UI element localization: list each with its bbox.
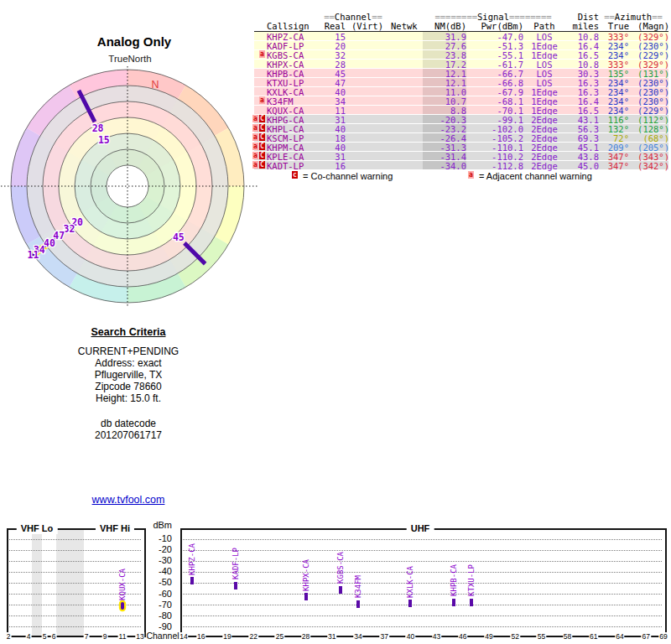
adjacent-channel-warning-icon: a [252,133,258,141]
cell-nm: 31.9 [423,33,466,41]
cell-real: 16 [320,162,346,170]
cell-pwr: -66.8 [468,79,523,87]
cell-real: 40 [320,88,346,96]
cell-magn: (230°) [631,97,669,106]
cell-path: 1Edge [525,97,564,106]
gridline [183,539,662,540]
cell-path: 1Edge [525,42,564,50]
cell-nm: 27.6 [423,42,466,50]
cell-path: LOS [525,33,564,41]
adjacent-channel-warning-icon: a [252,152,258,159]
column-header-nm: NM(dB) [423,22,466,30]
channel-tick-label: 52 [510,632,519,641]
legend-co-channel-text: = Co-channel warning [303,171,393,181]
channel-tick-label: 9 [102,632,108,641]
channel-tick-label: 25 [275,632,284,641]
footer-link-wrap: www.tvfool.com [18,494,238,506]
channel-tick-label: 19 [222,632,231,641]
cell-nm: -26.4 [423,134,466,143]
column-header-magn: (Magn) [631,22,669,30]
signal-marker [234,582,237,589]
signal-marker-label: KQUX-CA [117,569,127,600]
co-channel-warning-icon: C [259,161,265,169]
cell-real: 31 [320,116,346,124]
cell-true_az: 135° [597,70,629,78]
cell-miles: 69.3 [567,134,599,143]
search-criteria-line: Height: 15.0 ft. [18,392,238,404]
warning-flags: aC [250,115,265,123]
channel-tick-label: 58 [563,632,572,641]
cell-pwr: -47.0 [468,33,523,41]
signal-marker-label: KXLK-CA [405,566,415,598]
cell-nm: 11.0 [423,88,466,96]
tvfool-report: Analog Only TrueNorth 281545203247403411… [0,0,671,644]
channel-tick-label: 40 [406,632,415,641]
cell-nm: 10.7 [423,97,466,106]
cell-magn: (205°) [631,143,669,152]
search-criteria-line: Address: exact [18,357,238,369]
cell-true_az: 234° [597,79,629,87]
channel-tick-label: 2 [6,632,12,641]
cell-real: 34 [320,97,346,106]
channel-tick-label: 13 [135,632,144,641]
adjacent-channel-warning-icon: a [252,143,258,150]
adjacent-channel-warning-icon: a [252,161,258,169]
column-header-path: Path [525,22,564,30]
adjacent-channel-warning-icon: a [252,124,258,132]
cell-magn: (230°) [631,88,669,96]
cell-magn: (131°) [631,70,669,78]
cell-true_az: 347° [597,162,629,170]
co-channel-warning-icon: C [259,115,265,122]
signal-marker [121,602,124,610]
cell-nm: 8.8 [423,106,466,115]
cell-nm: 12.1 [423,70,466,78]
channel-tick-label: 11 [118,632,127,641]
cell-miles: 10.8 [567,33,599,41]
legend-adjacent-channel: a [467,171,474,186]
signal-marker [190,577,194,584]
cell-nm: -23.2 [423,125,466,133]
channel-label: 40 [44,237,55,249]
gridline [9,561,141,562]
column-header-true_az: True [597,22,629,30]
column-header-virt: (Virt) [349,22,386,30]
signal-marker-label: KTXU-LP [466,564,476,596]
cell-pwr: -51.3 [468,42,523,50]
db-datecode-value: 201207061717 [18,429,238,441]
cell-magn: (229°) [631,51,669,60]
signal-marker-label: K34FM [353,575,363,598]
column-header-pwr: Pwr(dBm) [468,22,523,30]
cell-miles: 56.3 [567,125,599,133]
column-header-miles: miles [567,22,599,30]
dbm-tick-label: -70 [145,600,172,610]
radar-north-axis-label: TrueNorth [0,54,260,64]
warning-flags: a [250,96,265,105]
tvfool-link[interactable]: www.tvfool.com [92,494,165,506]
cell-true_az: 116° [597,116,629,124]
column-header-callsign: Callsign [267,22,319,30]
cell-true_az: 72° [597,134,629,143]
vhf-hi-label: VHF Hi [96,523,134,534]
cell-true_az: 333° [597,60,629,69]
adjacent-channel-warning-icon: a [259,50,265,58]
cell-miles: 16.5 [567,51,599,60]
cell-nm: 12.1 [423,79,466,87]
cell-real: 40 [320,143,346,152]
dbm-tick-label: -60 [145,589,172,599]
cell-miles: 30.3 [567,70,599,78]
cell-real: 45 [320,70,346,78]
cell-pwr: -102.0 [468,125,523,133]
gridline [183,615,662,616]
cell-miles: 16.4 [567,42,599,50]
channel-tick-label: 55 [537,632,546,641]
gridline [9,626,141,627]
cell-path: LOS [525,60,564,69]
gridline [183,561,662,562]
cell-true_az: 209° [597,143,629,152]
cell-callsign: KHPG-CA [267,116,319,124]
cell-pwr: -70.1 [468,106,523,115]
search-criteria-lines: CURRENT+PENDINGAddress: exactPflugervill… [18,345,238,404]
warning-flags: a [250,50,265,59]
cell-magn: (230°) [631,79,669,87]
cell-true_az: 347° [597,153,629,161]
